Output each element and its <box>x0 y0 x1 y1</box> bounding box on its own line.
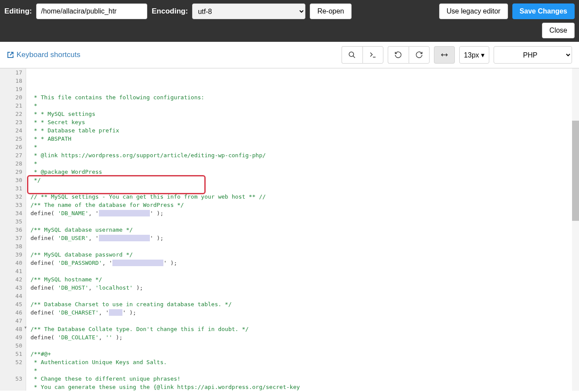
external-link-icon <box>7 51 14 58</box>
line-number-gutter: 1718192021222324252627282930313233343536… <box>0 68 26 391</box>
font-size-select[interactable]: 13px ▾ <box>459 46 489 64</box>
fold-marker[interactable]: ▾ <box>24 325 27 330</box>
save-changes-button[interactable]: Save Changes <box>512 3 575 19</box>
close-button[interactable]: Close <box>542 23 575 38</box>
keyboard-shortcuts-link[interactable]: Keyboard shortcuts <box>7 51 80 59</box>
undo-icon <box>394 51 402 59</box>
code-area[interactable]: * This file contains the following confi… <box>26 68 579 391</box>
redo-button[interactable] <box>409 46 430 64</box>
undo-button[interactable] <box>388 46 409 64</box>
search-button[interactable] <box>342 46 362 64</box>
terminal-icon <box>369 51 377 59</box>
scrollbar-thumb[interactable] <box>572 121 579 221</box>
reopen-button[interactable]: Re-open <box>310 3 351 19</box>
editing-label: Editing: <box>4 7 32 16</box>
vertical-scrollbar[interactable] <box>572 68 579 391</box>
editor-topbar: Editing: Encoding: utf-8 Re-open Use leg… <box>0 0 579 23</box>
editor-topbar-row2: Close <box>0 23 579 42</box>
file-path-input[interactable] <box>36 3 147 19</box>
redo-icon <box>415 51 423 59</box>
wrap-icon <box>440 51 448 59</box>
encoding-label: Encoding: <box>152 7 188 16</box>
legacy-editor-button[interactable]: Use legacy editor <box>439 3 508 19</box>
wrap-button[interactable] <box>434 46 455 64</box>
terminal-button[interactable] <box>362 46 383 64</box>
language-select[interactable]: PHP <box>494 46 572 64</box>
encoding-select[interactable]: utf-8 <box>192 3 305 19</box>
editor-toolbar: Keyboard shortcuts 13px ▾ PHP <box>0 42 579 68</box>
search-icon <box>348 51 356 59</box>
code-editor[interactable]: 1718192021222324252627282930313233343536… <box>0 68 579 391</box>
svg-point-0 <box>349 52 354 57</box>
